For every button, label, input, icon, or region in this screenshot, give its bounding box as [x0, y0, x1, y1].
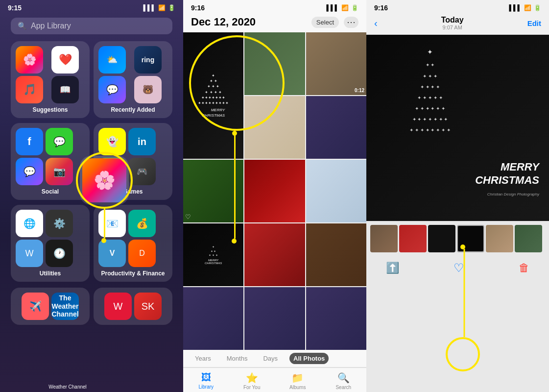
favorite-button[interactable]: ♡: [454, 261, 464, 275]
productivity-apps: 📧 💰 V D: [98, 210, 167, 267]
app-icon-discover[interactable]: D: [128, 240, 156, 267]
thumb-2[interactable]: [399, 225, 427, 252]
status-bar-1: 9:15 ▌▌▌ 📶 🔋: [0, 0, 183, 14]
photo-snowflakes[interactable]: [306, 160, 366, 222]
app-icon-mint[interactable]: 💰: [128, 210, 156, 237]
delete-button[interactable]: 🗑: [519, 262, 529, 274]
panel-photo-detail: 9:16 ▌▌▌ 📶 🔋 ‹ Today 9:07 AM Edit ✦ ✦ ✦ …: [366, 0, 549, 392]
svg-text:✦ ✦ ✦ ✦ ✦ ✦ ✦ ✦: ✦ ✦ ✦ ✦ ✦ ✦ ✦ ✦: [409, 127, 450, 133]
svg-text:✦: ✦: [427, 48, 433, 56]
svg-text:✦  ✦  ✦: ✦ ✦ ✦: [423, 74, 437, 79]
status-bar-2: 9:16 ▌▌▌ 📶 🔋: [183, 0, 366, 14]
productivity-row-1: 📧 💰: [98, 210, 167, 237]
app-icon-kindle[interactable]: 📖: [51, 76, 79, 103]
bottom-left-apps: ✈️ TheWeatherChannel: [16, 293, 85, 320]
app-icon-scope[interactable]: ⚙️: [46, 210, 73, 237]
utilities-apps: 🌐 ⚙️ W 🕐: [16, 210, 85, 267]
back-button[interactable]: ‹: [374, 18, 378, 29]
app-icon-game2[interactable]: 🎮: [128, 158, 156, 185]
albums-tab-icon: 📁: [291, 372, 304, 384]
weather-channel-label: Weather Channel: [43, 384, 92, 390]
photo-app-library-2[interactable]: [244, 287, 305, 350]
battery-icon: 🔋: [168, 4, 175, 11]
wifi-icon-3: 📶: [524, 4, 531, 11]
photo-ornaments[interactable]: [244, 223, 305, 286]
tab-library[interactable]: 🖼 Library: [183, 372, 229, 390]
library-tab-label: Library: [198, 384, 214, 390]
app-icon-buildabear[interactable]: 🐻: [134, 76, 162, 103]
app-icon-weather[interactable]: ⛅: [98, 46, 126, 74]
filter-years[interactable]: Years: [191, 353, 215, 364]
christmas-tree-svg: ✦ ✦ ✦ ✦ ✦ ✦ ✦ ✦ ✦ ✦ ✦ ✦ ✦ ✦ ✦ ✦ ✦ ✦ ✦ ✦ …: [381, 45, 479, 172]
heart-yellow-line: [463, 249, 465, 337]
svg-text:✦  ✦  ✦  ✦  ✦: ✦ ✦ ✦ ✦ ✦: [417, 95, 442, 100]
app-icon-facebook[interactable]: f: [16, 128, 43, 155]
photo-misc-2[interactable]: [306, 96, 366, 159]
tab-search[interactable]: 🔍 Search: [321, 372, 367, 390]
filter-months[interactable]: Months: [223, 353, 252, 364]
app-icon-photos[interactable]: 🌸: [16, 46, 43, 74]
video-duration: 0:12: [355, 88, 364, 93]
photo-outdoor-scene[interactable]: 0:12: [306, 32, 366, 95]
detail-header: ‹ Today 9:07 AM Edit: [366, 14, 549, 35]
photo-red-xmas-tree[interactable]: [244, 160, 305, 222]
search-bar[interactable]: 🔍 App Library: [11, 18, 172, 34]
app-icon-snapchat[interactable]: 👻: [98, 128, 126, 155]
more-button[interactable]: ⋯: [344, 17, 358, 28]
bottom-right-apps: W SK: [98, 293, 167, 320]
games-row-1: 👻 in: [98, 128, 167, 155]
app-icon-smoothie-king[interactable]: SK: [134, 293, 162, 320]
app-icon-weather-channel[interactable]: TheWeatherChannel: [51, 293, 79, 320]
share-button[interactable]: ⬆️: [386, 262, 399, 274]
panel-photos: 9:16 ▌▌▌ 📶 🔋 Dec 12, 2020 Select ⋯ ✦✦ ✦✦…: [183, 0, 366, 392]
yellow-connector-line: [104, 209, 105, 238]
app-icon-instagram[interactable]: 📷: [46, 158, 73, 185]
social-row-2: 💬 📷: [16, 158, 85, 185]
photos-header: Dec 12, 2020 Select ⋯: [183, 14, 366, 32]
thumb-6[interactable]: [515, 225, 542, 252]
suggestions-label: Suggestions: [16, 106, 85, 113]
thumb-3[interactable]: [428, 225, 455, 252]
photographer-credit: Christian Design Photography: [487, 192, 539, 196]
filter-all-photos[interactable]: All Photos: [289, 353, 329, 364]
edit-button[interactable]: Edit: [527, 19, 541, 27]
select-button[interactable]: Select: [311, 17, 339, 28]
tab-for-you[interactable]: ⭐ For You: [229, 372, 275, 390]
app-icon-clock[interactable]: 🕐: [46, 240, 73, 267]
photo-candles[interactable]: [306, 223, 366, 286]
thumb-1[interactable]: [370, 225, 398, 252]
app-icon-ring[interactable]: ring: [134, 46, 162, 74]
photo-baby-shoes[interactable]: [244, 96, 305, 159]
app-icon-wemo[interactable]: W: [16, 240, 43, 267]
photos-large-icon[interactable]: 🌸: [80, 156, 129, 205]
status-icons-2: ▌▌▌ 📶 🔋: [326, 4, 358, 11]
app-icon-fmessenger[interactable]: 💬: [16, 158, 43, 185]
photo-app-library-1[interactable]: [183, 287, 243, 350]
app-icon-gmail[interactable]: 📧: [98, 210, 126, 237]
social-apps: f 💬 💬 📷: [16, 128, 85, 185]
photo-yellow-dot-2: [232, 239, 237, 244]
app-icon-music[interactable]: 🎵: [16, 76, 43, 103]
app-icon-health[interactable]: ❤️: [51, 46, 79, 74]
app-icon-airbnb[interactable]: ✈️: [22, 293, 49, 320]
app-icon-linkedin[interactable]: in: [128, 128, 156, 155]
app-icon-chrome[interactable]: 🌐: [16, 210, 43, 237]
app-icon-walgreens[interactable]: W: [104, 293, 132, 320]
photo-app-library-3[interactable]: [306, 287, 366, 350]
filter-days[interactable]: Days: [259, 353, 282, 364]
svg-text:✦ ✦ ✦ ✦ ✦ ✦ ✦: ✦ ✦ ✦ ✦ ✦ ✦ ✦: [412, 117, 448, 122]
utilities-label: Utilities: [16, 270, 85, 277]
wifi-icon: 📶: [158, 4, 166, 11]
productivity-section: 📧 💰 V D Productivity & Finance: [94, 205, 172, 282]
tab-albums[interactable]: 📁 Albums: [275, 372, 321, 390]
heart-yellow-dot-top: [460, 245, 465, 249]
photo-family-outdoor[interactable]: [244, 32, 305, 95]
suggestions-section: 🌸 ❤️ 🎵 📖 Suggestions: [11, 41, 90, 118]
app-icon-venmo[interactable]: V: [98, 240, 126, 267]
for-you-tab-label: For You: [243, 385, 260, 390]
thumb-5[interactable]: [486, 225, 513, 252]
app-icon-messages[interactable]: 💬: [46, 128, 73, 155]
for-you-tab-icon: ⭐: [246, 372, 258, 384]
app-icon-messenger[interactable]: 💬: [98, 76, 126, 103]
top-sections-row: 🌸 ❤️ 🎵 📖 Suggestions ⛅ ring 💬 🐻 Recently…: [11, 41, 172, 118]
